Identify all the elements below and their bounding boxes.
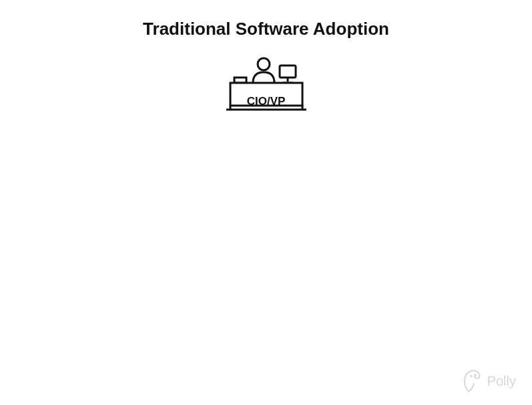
page-title: Traditional Software Adoption <box>0 19 532 39</box>
brand-name: Polly <box>487 374 516 389</box>
desk-person-figure: CIO/VP <box>225 55 308 115</box>
svg-point-0 <box>258 58 270 70</box>
polly-bird-icon <box>462 369 482 393</box>
brand-logo: Polly <box>462 369 516 393</box>
figure-label: CIO/VP <box>225 95 308 108</box>
svg-rect-1 <box>280 65 296 78</box>
svg-point-9 <box>474 374 475 376</box>
